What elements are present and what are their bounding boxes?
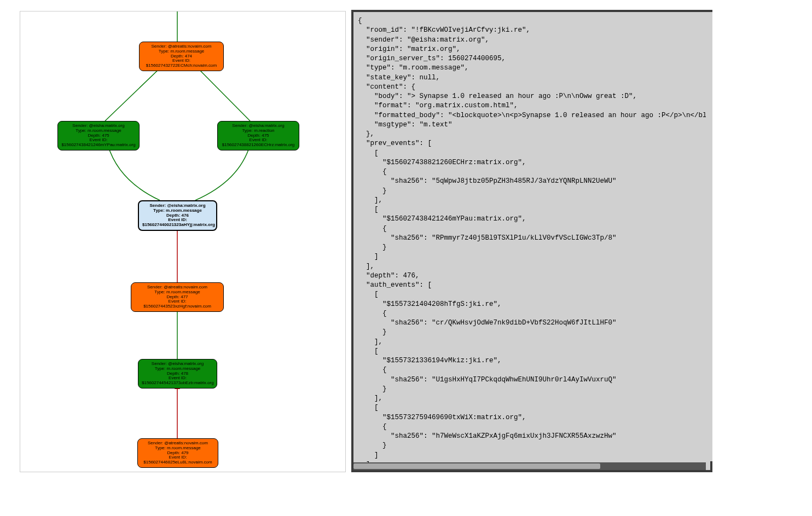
svg-line-2 [195,66,250,121]
event-node-n5[interactable]: Sender: @atreatis:novaim.comType: m.room… [131,282,224,312]
event-node-n2[interactable]: Sender: @eisha:matrix.orgType: m.room.me… [57,121,140,150]
graph-panel[interactable]: Sender: @atreatis:novaim.comType: m.room… [20,11,346,472]
node-text: Event ID: $156027443523xzHgf:novaim.com [135,299,220,309]
event-node-n6[interactable]: Sender: @eisha:matrix.orgType: m.room.me… [138,359,217,389]
node-text: $156027438421246mYPau:matrix.org [61,143,136,148]
event-node-n1[interactable]: Sender: @atreatis:novaim.comType: m.room… [139,42,224,71]
json-content[interactable]: { "room_id": "!fBKcvWOIvejiArCfvy:jki.re… [353,12,710,470]
event-node-n7[interactable]: Sender: @atreatis:novaim.comType: m.room… [137,438,218,468]
node-text: $156027445421373obEzb:matrix.org [142,381,213,386]
node-text: $156027440021323aHYjj:matrix.org [142,223,213,228]
node-text: $156027446825eLu8L:novaim.com [141,460,214,465]
json-panel: { "room_id": "!fBKcvWOIvejiArCfvy:jki.re… [351,10,712,472]
scrollbar-thumb[interactable] [353,463,600,469]
node-text: $156027438821260ECHrz:matrix.org [221,143,295,148]
scrollbar-vertical[interactable] [706,12,712,461]
event-node-n3[interactable]: Sender: @eisha:matrix.orgType: m.reactio… [217,121,299,150]
scrollbar-horizontal[interactable] [353,462,706,470]
node-text: $156027432722ECMch:novaim.com [143,63,220,68]
event-node-n4[interactable]: Sender: @eisha:matrix.orgType: m.room.me… [138,200,217,231]
graph-edges [20,11,346,472]
svg-line-1 [105,66,163,121]
